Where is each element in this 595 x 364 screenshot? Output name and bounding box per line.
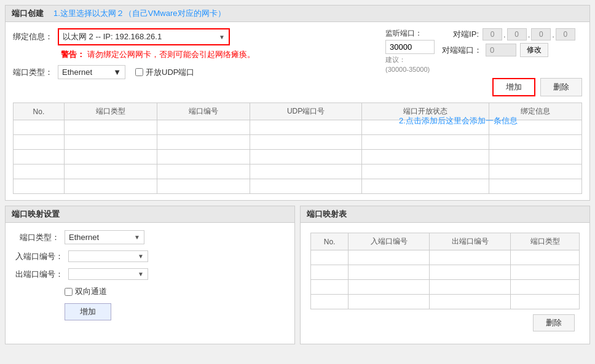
peer-port-label: 对端端口： bbox=[442, 45, 482, 56]
port-mapping-settings: 端口映射设置 端口类型： Ethernet ▼ 入端口编号： ▼ bbox=[5, 206, 295, 344]
bind-dropdown-arrow: ▼ bbox=[219, 34, 225, 41]
table-row bbox=[311, 295, 580, 309]
peer-ip-label: 对端IP: bbox=[442, 29, 479, 40]
suggest-label: 建议： bbox=[385, 55, 435, 64]
table-row bbox=[311, 280, 580, 295]
annotation2: 2.点击添加后这里会添加一条信息 bbox=[399, 115, 518, 126]
out-port-dropdown[interactable]: ▼ bbox=[68, 268, 148, 280]
map-col-no: No. bbox=[311, 233, 349, 250]
col-udp: UDP端口号 bbox=[250, 103, 362, 120]
section-title: 端口创建 bbox=[12, 8, 44, 19]
ip-dot-3: . bbox=[552, 30, 554, 39]
col-type: 端口类型 bbox=[64, 103, 157, 120]
in-port-arrow: ▼ bbox=[138, 253, 144, 260]
out-port-label: 出端口编号： bbox=[15, 269, 68, 280]
bind-label: 绑定信息： bbox=[13, 31, 58, 42]
warn-label: 警告： bbox=[61, 49, 85, 60]
type-label: 端口类型： bbox=[13, 67, 58, 78]
map-table-head: No. 入端口编号 出端口编号 端口类型 bbox=[311, 233, 580, 250]
table-row bbox=[14, 165, 582, 179]
left-panel: 绑定信息： 以太网 2 -- IP: 192.168.26.1 ▼ 警告： 请勿… bbox=[13, 28, 373, 79]
bind-row: 绑定信息： 以太网 2 -- IP: 192.168.26.1 ▼ bbox=[13, 28, 373, 45]
warn-text: 请勿绑定公网网卡，否则可能会引起网络瘫痪。 bbox=[87, 49, 255, 60]
peer-port-row: 对端端口： 修改 bbox=[442, 43, 575, 57]
udp-checkbox-row: 开放UDP端口 bbox=[135, 67, 194, 78]
out-port-row: 出端口编号： ▼ bbox=[15, 268, 285, 280]
map-col-out: 出端口编号 bbox=[430, 233, 511, 250]
map-table-body bbox=[311, 250, 580, 309]
modify-button[interactable]: 修改 bbox=[520, 43, 548, 57]
map-header-row: No. 入端口编号 出端口编号 端口类型 bbox=[311, 233, 580, 250]
in-port-label: 入端口编号： bbox=[15, 251, 68, 262]
monitor-label: 监听端口： bbox=[385, 28, 435, 39]
ip-dot-2: . bbox=[528, 30, 530, 39]
port-create-section: 端口创建 1.这里选择以太网２（自己VMware对应的网卡） 绑定信息： 以太网… bbox=[5, 5, 590, 201]
warning-row: 警告： 请勿绑定公网网卡，否则可能会引起网络瘫痪。 bbox=[13, 49, 373, 60]
mapping-add-row: 增加 bbox=[15, 303, 285, 320]
table-container: No. 端口类型 端口编号 UDP端口号 端口开放状态 绑定信息 2.点击添加后… bbox=[13, 103, 582, 194]
udp-label: 开放UDP端口 bbox=[146, 67, 194, 78]
peer-box: 对端IP: . . . bbox=[442, 28, 575, 73]
mapping-add-button[interactable]: 增加 bbox=[65, 303, 111, 320]
mapping-table-title: 端口映射表 bbox=[301, 206, 589, 223]
in-port-row: 入端口编号： ▼ bbox=[15, 250, 285, 262]
port-type-value: Ethernet bbox=[62, 68, 92, 77]
mapping-delete-button[interactable]: 删除 bbox=[533, 314, 575, 331]
out-port-arrow: ▼ bbox=[138, 271, 144, 277]
table-row bbox=[311, 250, 580, 265]
map-col-in: 入端口编号 bbox=[349, 233, 430, 250]
peer-ip-4[interactable] bbox=[556, 28, 575, 41]
delete-button[interactable]: 删除 bbox=[540, 78, 582, 96]
table-row bbox=[14, 179, 582, 194]
peer-ip-row: 对端IP: . . . bbox=[442, 28, 575, 41]
col-no: No. bbox=[14, 103, 65, 120]
annotation1: 1.这里选择以太网２（自己VMware对应的网卡） bbox=[53, 8, 226, 19]
bidirectional-checkbox[interactable] bbox=[65, 288, 73, 296]
port-table: No. 端口类型 端口编号 UDP端口号 端口开放状态 绑定信息 2.点击添加后… bbox=[13, 103, 582, 194]
bottom-row: 端口映射设置 端口类型： Ethernet ▼ 入端口编号： ▼ bbox=[5, 206, 590, 344]
monitor-input[interactable] bbox=[385, 40, 435, 54]
table-row bbox=[14, 150, 582, 165]
mapping-type-arrow: ▼ bbox=[134, 234, 140, 241]
port-mapping-table: 端口映射表 No. 入端口编号 出端口编号 端口类型 bbox=[300, 206, 590, 344]
bind-dropdown[interactable]: 以太网 2 -- IP: 192.168.26.1 ▼ bbox=[58, 28, 230, 45]
table-row bbox=[311, 265, 580, 280]
mapping-settings-title: 端口映射设置 bbox=[6, 206, 294, 223]
peer-ip-fields: . . . bbox=[483, 28, 575, 41]
mapping-type-dropdown[interactable]: Ethernet ▼ bbox=[65, 230, 144, 244]
peer-ip-3[interactable] bbox=[531, 28, 551, 41]
peer-port-input[interactable] bbox=[486, 44, 516, 56]
monitor-box: 监听端口： 建议： (30000-35000) bbox=[385, 28, 435, 73]
table-row bbox=[14, 135, 582, 150]
peer-ip-2[interactable] bbox=[507, 28, 527, 41]
map-table: No. 入端口编号 出端口编号 端口类型 bbox=[310, 233, 580, 309]
mapping-type-value: Ethernet bbox=[69, 233, 99, 242]
map-col-type: 端口类型 bbox=[511, 233, 580, 250]
ip-dot-1: . bbox=[503, 30, 506, 39]
port-table-body: 2.点击添加后这里会添加一条信息 bbox=[14, 120, 582, 194]
mapping-type-row: 端口类型： Ethernet ▼ bbox=[15, 230, 285, 244]
bidirectional-row: 双向通道 bbox=[65, 286, 285, 297]
udp-checkbox[interactable] bbox=[135, 68, 143, 76]
add-button[interactable]: 增加 bbox=[492, 78, 535, 96]
col-number: 端口编号 bbox=[157, 103, 250, 120]
suggest-range: (30000-35000) bbox=[385, 66, 435, 73]
port-type-dropdown[interactable]: Ethernet ▼ bbox=[58, 65, 125, 79]
port-type-arrow: ▼ bbox=[113, 68, 121, 77]
in-port-dropdown[interactable]: ▼ bbox=[68, 250, 148, 262]
mapping-type-label: 端口类型： bbox=[15, 232, 65, 243]
bidirectional-label: 双向通道 bbox=[75, 286, 107, 297]
table-row: 2.点击添加后这里会添加一条信息 bbox=[14, 120, 582, 135]
type-row: 端口类型： Ethernet ▼ 开放UDP端口 bbox=[13, 65, 373, 79]
right-panel: 监听端口： 建议： (30000-35000) 对端IP: . bbox=[385, 28, 582, 96]
add-delete-row: 增加 删除 bbox=[385, 78, 582, 96]
peer-ip-1[interactable] bbox=[483, 28, 502, 41]
bind-value: 以太网 2 -- IP: 192.168.26.1 bbox=[63, 31, 162, 42]
